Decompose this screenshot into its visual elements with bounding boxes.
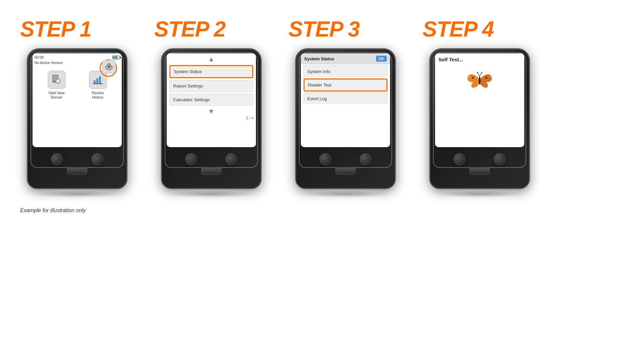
menu-system-status[interactable]: System Status [169, 65, 253, 78]
svg-point-15 [471, 84, 472, 85]
start-sensor-label: Start NewSensor [48, 91, 64, 100]
footer-note: Example for illustration only [20, 207, 624, 214]
start-sensor-icon-box [48, 71, 66, 89]
screen-step3-content: System Status OK System Info Reader Test… [301, 53, 390, 104]
history-icon [92, 74, 104, 86]
butterfly-icon [466, 69, 493, 91]
screen-4: Self Test... [435, 53, 524, 147]
battery-fill [113, 56, 118, 59]
left-button-1[interactable] [51, 153, 63, 165]
arrow-down: ▼ [169, 108, 253, 115]
step-2-column: STEP 2 ▲ System Status Report Settings C… [154, 17, 268, 197]
svg-point-3 [57, 80, 59, 82]
menu-event-log[interactable]: Event Log [304, 93, 387, 104]
menu-report-settings[interactable]: Report Settings [169, 80, 253, 92]
right-button-4[interactable] [494, 153, 506, 165]
system-status-header: System Status OK [301, 53, 390, 64]
right-button-3[interactable] [360, 153, 372, 165]
svg-point-20 [477, 72, 478, 73]
svg-line-18 [478, 72, 480, 76]
screen-2: ▲ System Status Report Settings Calculat… [167, 53, 256, 147]
menu-calculator-settings[interactable]: Calculator Settings [169, 94, 253, 106]
svg-rect-4 [94, 80, 96, 84]
button-row-4 [439, 153, 520, 165]
svg-line-19 [480, 72, 482, 76]
screen-step2-content: ▲ System Status Report Settings Calculat… [167, 53, 256, 122]
step-1-title: STEP 1 [20, 17, 91, 42]
port-4 [470, 167, 490, 175]
right-button-2[interactable] [225, 153, 237, 165]
device-shadow-3 [302, 191, 389, 197]
screen-step4-content: Self Test... [435, 53, 524, 94]
butterfly-container [438, 69, 521, 91]
svg-rect-6 [99, 76, 101, 84]
screen-1: 00:00 No Active Sensor [33, 53, 122, 147]
device-bottom-1 [33, 150, 122, 181]
port-2 [201, 167, 221, 175]
button-row-1 [37, 153, 117, 165]
svg-point-11 [472, 77, 474, 79]
self-test-label: Self Test... [438, 57, 521, 62]
step-1-column: STEP 1 00:00 No Active Sensor [20, 17, 134, 197]
device-shadow-1 [34, 191, 121, 197]
review-history-icon-box [89, 71, 107, 89]
button-row-3 [305, 153, 385, 165]
svg-point-13 [468, 76, 469, 77]
left-button-2[interactable] [185, 153, 197, 165]
review-history-item[interactable]: ReviewHistory [89, 71, 107, 100]
step-3-title: STEP 3 [288, 17, 360, 42]
right-button-1[interactable] [91, 153, 103, 165]
steps-container: STEP 1 00:00 No Active Sensor [20, 17, 624, 197]
left-button-3[interactable] [319, 153, 331, 165]
svg-rect-5 [96, 78, 98, 84]
step-4-title: STEP 4 [423, 17, 494, 42]
ok-button[interactable]: OK [376, 56, 387, 62]
gear-icon [105, 62, 113, 71]
battery-icon [112, 56, 120, 59]
svg-point-17 [479, 76, 481, 85]
port-3 [335, 167, 356, 175]
step-2-title: STEP 2 [154, 17, 225, 42]
button-row-2 [171, 153, 251, 165]
screen-3: System Status OK System Info Reader Test… [301, 53, 390, 147]
device-shadow-4 [436, 191, 523, 197]
system-status-title: System Status [304, 56, 334, 61]
time-display: 00:00 [35, 55, 44, 59]
device-4: Self Test... [429, 48, 530, 189]
device-3: System Status OK System Info Reader Test… [295, 48, 396, 189]
svg-point-21 [481, 72, 482, 73]
device-bottom-2 [167, 150, 256, 181]
menu-system-info[interactable]: System Info [304, 66, 387, 77]
device-bottom-4 [435, 150, 524, 181]
device-bottom-3 [301, 150, 390, 181]
gear-icon-box[interactable] [102, 60, 116, 73]
device-shadow-2 [168, 191, 255, 197]
device-1: 00:00 No Active Sensor [27, 48, 127, 189]
left-button-4[interactable] [453, 153, 466, 165]
menu-reader-test[interactable]: Reader Test [304, 78, 387, 92]
page-indicator: 3 / 4 [169, 116, 253, 120]
sensor-icon [51, 74, 63, 86]
svg-point-12 [485, 77, 487, 79]
svg-point-16 [488, 84, 489, 85]
port-1 [67, 167, 87, 175]
svg-point-14 [490, 76, 491, 77]
step-3-column: STEP 3 System Status OK System Info Read… [288, 17, 402, 197]
device-2: ▲ System Status Report Settings Calculat… [161, 48, 262, 189]
step-4-column: STEP 4 Self Test... [423, 17, 537, 197]
start-new-sensor-item[interactable]: Start NewSensor [48, 71, 66, 100]
review-history-label: ReviewHistory [92, 91, 104, 100]
status-bar: 00:00 [35, 55, 120, 59]
arrow-up: ▲ [169, 55, 253, 63]
